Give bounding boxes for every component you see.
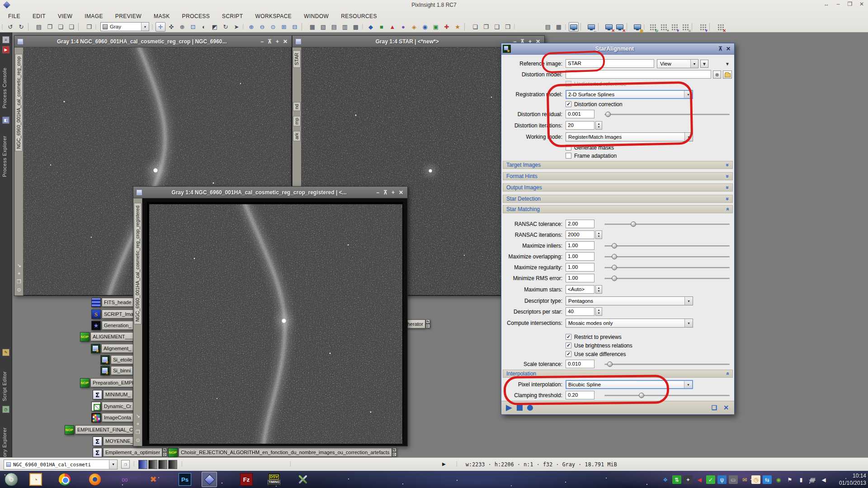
section-interpolation[interactable]: Interpolation» — [503, 370, 733, 378]
zoom-1-1-icon[interactable]: ⊙ — [268, 22, 278, 32]
screen-stf-icon[interactable] — [569, 22, 579, 32]
undo-icon[interactable]: ↺ — [5, 22, 15, 32]
process-icon-generation[interactable]: ★Generation_ — [91, 321, 134, 330]
ransac-tolerance-slider[interactable] — [604, 224, 730, 225]
distortion-residual-slider[interactable] — [604, 114, 730, 115]
play-icon[interactable]: ▶ — [442, 460, 446, 467]
process-icon-empilement-optimiser[interactable]: ΣEmpilement_a_optimiserND — [93, 448, 167, 457]
duplicate-window-icon[interactable]: ❏ — [56, 22, 66, 32]
maximize-overlapping-field[interactable]: 1.00 — [566, 252, 594, 261]
taskbar-app-dsv-timing[interactable]: DSVTIMING — [266, 472, 282, 487]
stf-thumbnail-3[interactable] — [168, 460, 177, 469]
working-mode-dropdown[interactable]: Register/Match Images▼ — [566, 132, 693, 141]
channel-selector-combo[interactable]: Gray ▼ — [100, 22, 149, 31]
maximize-regularity-field[interactable]: 1.00 — [566, 263, 594, 272]
resize-icon[interactable]: ↘ — [136, 413, 140, 419]
spinner-control[interactable]: ▲▼ — [595, 307, 602, 316]
tray-icon-dropbox[interactable]: ❖ — [661, 475, 670, 484]
edit-identifier-icon[interactable]: ▤ — [34, 22, 44, 32]
scale-tolerance-slider[interactable] — [604, 364, 730, 365]
minimize-rms-field[interactable]: 1.00 — [566, 274, 594, 282]
thumb-2-icon[interactable]: ▦ — [554, 22, 564, 32]
apply-global-button[interactable] — [527, 405, 533, 411]
process-icon-moyenne[interactable]: ΣMOYENNE_N — [93, 436, 139, 446]
window-cascade-icon[interactable]: ❐ — [481, 22, 491, 32]
tray-icon-volume-mixer[interactable]: ◀ — [695, 475, 704, 484]
window-close-button[interactable]: ✕ — [858, 1, 865, 7]
clamping-threshold-slider[interactable] — [604, 395, 730, 396]
new-window-icon[interactable]: ❐ — [45, 22, 55, 32]
section-star-matching[interactable]: Star Matching» — [503, 205, 733, 213]
taskbar-app-visual-studio[interactable]: ∞ — [117, 472, 132, 487]
tray-icon-scheduler[interactable]: ◷ — [751, 475, 760, 484]
process-icon-choisir-rejection-nop[interactable]: NOPChoisir_REJECTION_ALGORITHM_en_foncti… — [168, 448, 396, 457]
zoom-in-icon[interactable]: ⊕ — [246, 22, 256, 32]
close-screen-icon[interactable]: ✕ — [604, 22, 614, 32]
thumb-1-icon[interactable]: ▤ — [543, 22, 553, 32]
taskbar-app-filezilla[interactable]: Fz — [239, 472, 254, 487]
brightness-relations-checkbox[interactable] — [566, 343, 571, 348]
new-image-icon[interactable]: ❒ — [84, 22, 94, 32]
new-instance-button[interactable] — [506, 405, 512, 411]
stf-thumbnail-2[interactable] — [158, 460, 167, 469]
drag-handle-icon[interactable]: ⡇ — [289, 461, 293, 467]
zoom-mode-icon[interactable]: ⊡ — [188, 22, 198, 32]
tray-icon-mail[interactable]: ✉ — [740, 475, 749, 484]
section-star-detection[interactable]: Star Detection» — [503, 195, 733, 203]
window-maximize-button[interactable]: ❐ — [846, 1, 854, 7]
pan-mode-icon[interactable]: ✛ — [156, 22, 165, 32]
win-minimize-icon[interactable]: – — [260, 38, 264, 45]
spinner-control[interactable]: ▲▼ — [595, 121, 602, 130]
minimize-rms-slider[interactable] — [604, 278, 730, 279]
reset-button[interactable]: ✕ — [723, 404, 729, 411]
pixel-interpolation-dropdown[interactable]: Bicubic Spline▼ — [566, 380, 693, 389]
win-minimize-icon[interactable]: – — [376, 189, 379, 196]
maximize-inliers-field[interactable]: 1.00 — [566, 241, 594, 250]
browse-folder-button[interactable] — [723, 70, 732, 79]
fit-icon[interactable]: ⌖ — [18, 271, 20, 277]
sidebar-tab-script-editor[interactable]: Script Editor — [2, 360, 10, 401]
zoom-out-icon[interactable]: ⊖ — [257, 22, 267, 32]
zoom-optimal-icon[interactable]: ⊟ — [290, 22, 300, 32]
process-icon-minimum[interactable]: ΣMINIMUM_ — [93, 390, 133, 399]
astro-image-registered[interactable] — [142, 198, 407, 446]
process-icon-alignement-nop[interactable]: NOPALIGNEMENT____ — [80, 332, 138, 342]
menu-view[interactable]: VIEW — [58, 13, 72, 19]
scale-tolerance-field[interactable]: 0.010 — [566, 360, 594, 368]
menu-edit[interactable]: EDIT — [33, 13, 46, 19]
window-tile-icon[interactable]: ❏ — [470, 22, 480, 32]
win-shade-icon[interactable]: ⊼ — [383, 189, 387, 196]
menu-image[interactable]: IMAGE — [85, 13, 103, 19]
center-icon[interactable]: ⊙ — [136, 437, 140, 443]
process-icon-preparation-nop[interactable]: NOPPreparation_EMPI — [80, 378, 136, 388]
process-icon-si-binni[interactable]: Si_binni — [100, 366, 133, 375]
process-2-icon[interactable]: ■ — [377, 22, 387, 32]
reference-image-field[interactable]: STAR — [566, 59, 654, 68]
tray-icon-messenger[interactable]: ✓ — [706, 475, 715, 484]
scale-differences-checkbox[interactable] — [566, 351, 571, 357]
drag-handle-icon[interactable]: ⡇ — [133, 461, 137, 467]
undistorted-reference-checkbox[interactable] — [566, 81, 571, 87]
drag-handle-icon[interactable]: ⡇ — [181, 461, 184, 467]
menu-script[interactable]: SCRIPT — [222, 13, 243, 19]
ransac-iterations-field[interactable]: 2000 — [566, 230, 594, 239]
new-preview-icon[interactable]: ▦ — [307, 22, 317, 32]
view-tab-crop[interactable]: NGC_6960_001HA_cal_cosmetic_reg_crop — [15, 54, 23, 151]
process-8-icon[interactable]: ✚ — [442, 22, 452, 32]
process-9-icon[interactable]: ★ — [453, 22, 462, 32]
distortion-correction-checkbox[interactable] — [566, 101, 571, 107]
menu-workspace[interactable]: WORKSPACE — [255, 13, 292, 19]
tray-icon-remote[interactable]: ⇆ — [763, 475, 772, 484]
win-close-icon[interactable]: ✕ — [399, 189, 403, 196]
psm-save-icon[interactable]: ▼ — [669, 22, 679, 32]
distortion-iterations-field[interactable]: 20 — [566, 121, 594, 130]
dialog-titlebar[interactable]: StarAlignment ⊼ ✕ — [501, 43, 734, 55]
view-tab-fragment[interactable]: mp — [293, 116, 301, 127]
image-window-registered-titlebar[interactable]: Gray 1:4 NGC_6960_001HA_cal_cosmetic_reg… — [133, 187, 407, 198]
maximize-inliers-slider[interactable] — [604, 245, 730, 247]
generate-masks-checkbox[interactable] — [566, 145, 571, 150]
section-target-images[interactable]: Target Images» — [503, 161, 733, 169]
taskbar-app-photoshop[interactable]: Ps — [177, 472, 193, 487]
psm-reload-icon[interactable]: ↻ — [647, 22, 657, 32]
view-tab-fragment[interactable]: ark — [293, 131, 301, 141]
